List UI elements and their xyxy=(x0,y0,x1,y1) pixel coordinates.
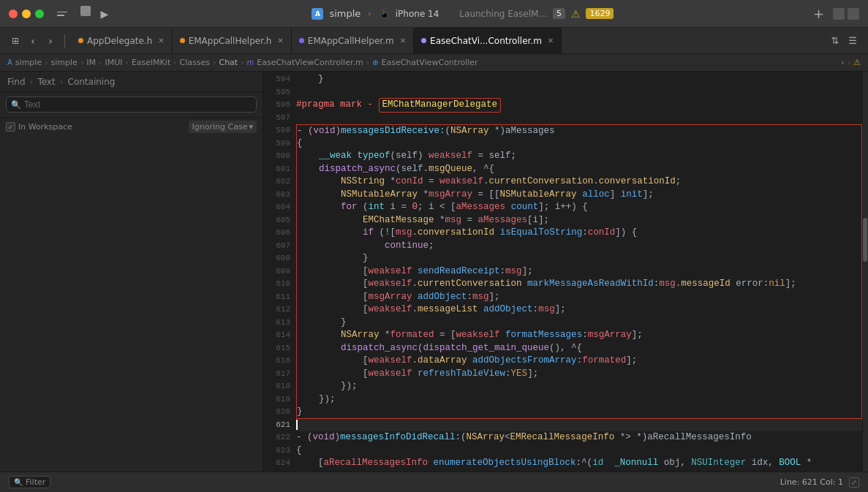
tab-close-button[interactable]: ✕ xyxy=(548,37,554,45)
layout-button-1[interactable] xyxy=(833,8,845,20)
code-line: { xyxy=(296,444,862,458)
add-tab-button[interactable]: + xyxy=(813,6,824,21)
line-col-indicator: Line: 621 Col: 1 xyxy=(780,477,843,487)
titlebar-center: A simple › 📱 iPhone 14 Launching EaselM.… xyxy=(118,8,807,20)
expand-button[interactable]: ⤢ xyxy=(849,477,859,488)
tab-close-button[interactable]: ✕ xyxy=(277,37,283,45)
filter-input[interactable]: 🔍 Filter xyxy=(9,476,50,488)
tab-close-button[interactable]: ✕ xyxy=(158,37,164,45)
code-line: NSArray *formated = [weakself formatMess… xyxy=(296,329,862,342)
code-line: continue; xyxy=(296,240,862,253)
find-scope: ✓ In Workspace Ignoring Case ▾ xyxy=(0,118,263,136)
breadcrumb-warning: ⚠ xyxy=(853,58,861,67)
maximize-button[interactable] xyxy=(35,10,44,18)
code-line: } xyxy=(296,406,862,419)
scrollbar[interactable] xyxy=(862,72,868,472)
code-line-cursor xyxy=(296,419,862,432)
layout-button-2[interactable] xyxy=(848,8,859,20)
breadcrumb-nav-prev[interactable]: ‹ xyxy=(841,58,844,67)
tab-indicator xyxy=(78,38,83,43)
statusbar: 🔍 Filter Line: 621 Col: 1 ⤢ xyxy=(0,472,868,492)
code-line: } xyxy=(296,73,862,86)
workspace-label: In Workspace xyxy=(18,122,72,132)
code-line: [msgArray addObject:msg]; xyxy=(296,291,862,304)
tab-indicator xyxy=(421,38,426,43)
find-panel: Find › Text › Containing 🔍 ✓ In Workspac… xyxy=(0,72,263,472)
find-input-wrap: 🔍 xyxy=(6,96,257,113)
code-line: __weak typeof(self) weakself = self; xyxy=(296,150,862,163)
tab-indicator xyxy=(299,38,304,43)
code-line: dispatch_async(self.msgQueue, ^{ xyxy=(296,163,862,176)
code-editor[interactable]: 594 595 596 597 598 599 600 601 602 603 … xyxy=(263,72,868,472)
warning-count: 1629 xyxy=(586,8,614,19)
tab-label: AppDelegate.h xyxy=(87,36,152,46)
statusbar-right: Line: 621 Col: 1 ⤢ xyxy=(780,477,859,488)
bc-simple: simple xyxy=(51,58,78,67)
code-line: [weakself.messageList addObject:msg]; xyxy=(296,303,862,317)
find-search-bar: 🔍 xyxy=(0,92,263,118)
code-line xyxy=(296,86,862,99)
chevron-down-icon: ▾ xyxy=(249,122,253,132)
tab-indicator xyxy=(180,38,185,43)
minimize-button[interactable] xyxy=(22,10,31,18)
code-line: _Nonnull stop) { xyxy=(296,470,862,472)
bc-easelmkit: EaselMKit xyxy=(132,58,170,67)
titlebar-right: + xyxy=(813,6,859,21)
line-numbers: 594 595 596 597 598 599 600 601 602 603 … xyxy=(263,72,296,472)
tab-close-button[interactable]: ✕ xyxy=(400,37,406,45)
split-button[interactable]: ⇅ xyxy=(827,33,843,49)
bc-class-icon: ⊕ xyxy=(372,58,378,67)
bc-im: IM xyxy=(86,58,96,67)
grid-view-button[interactable]: ⊞ xyxy=(7,33,23,49)
bc-file: EaseChatViewController.m xyxy=(257,58,363,67)
code-line: }); xyxy=(296,393,862,406)
code-line: [weakself refreshTableView:YES]; xyxy=(296,368,862,381)
scrollbar-thumb[interactable] xyxy=(863,218,867,262)
device-name: iPhone 14 xyxy=(396,9,439,19)
code-line: dispatch_async(dispatch_get_main_queue()… xyxy=(296,342,862,355)
tab-emappcallhelper-h[interactable]: EMAppCallHelper.h ✕ xyxy=(173,28,292,53)
back-button[interactable]: ‹ xyxy=(25,33,41,49)
find-label: Find xyxy=(7,77,26,87)
tab-label: EMAppCallHelper.m xyxy=(308,36,394,46)
code-line: [weakself.dataArray addObjectsFromArray:… xyxy=(296,355,862,368)
tab-emappcallhelper-m[interactable]: EMAppCallHelper.m ✕ xyxy=(292,28,414,53)
tab-appdelegate[interactable]: AppDelegate.h ✕ xyxy=(71,28,173,53)
code-lines: } #pragma mark - EMChatManagerDelegate -… xyxy=(296,72,862,472)
code-line: [weakself sendReadReceipt:msg]; xyxy=(296,265,862,279)
nav-arrows: ⊞ ‹ › xyxy=(7,33,59,49)
code-line: - (void)messagesInfoDidRecall:(NSArray<E… xyxy=(296,431,862,444)
workspace-checkbox[interactable]: ✓ In Workspace xyxy=(6,122,72,132)
search-icon: 🔍 xyxy=(11,100,21,110)
checkbox-icon: ✓ xyxy=(6,122,15,132)
run-button[interactable]: ▶ xyxy=(97,6,113,22)
sidebar-toggle[interactable] xyxy=(57,9,70,19)
inspector-button[interactable]: ☰ xyxy=(845,33,861,49)
search-input[interactable] xyxy=(24,99,252,110)
code-line: } xyxy=(296,252,862,265)
main-layout: Find › Text › Containing 🔍 ✓ In Workspac… xyxy=(0,72,868,472)
pragma-mark-label: EMChatManagerDelegate xyxy=(379,98,502,113)
traffic-lights xyxy=(9,10,44,18)
bc-chat[interactable]: Chat xyxy=(219,58,238,67)
ignoring-case-dropdown[interactable]: Ignoring Case ▾ xyxy=(189,121,257,133)
stop-button[interactable] xyxy=(80,6,91,16)
project-bc-icon: A xyxy=(7,58,12,67)
code-line: for (int i = 0; i < [aMessages count]; i… xyxy=(296,201,862,214)
code-line: { xyxy=(296,137,862,151)
close-button[interactable] xyxy=(9,10,18,18)
forward-button[interactable]: › xyxy=(42,33,59,49)
tab-label: EaseChatVi...Controller.m xyxy=(430,36,542,46)
tab-easechat-controller[interactable]: EaseChatVi...Controller.m ✕ xyxy=(414,28,562,53)
filter-icon: 🔍 xyxy=(14,478,23,486)
code-line: NSMutableArray *msgArray = [[NSMutableAr… xyxy=(296,189,862,202)
code-line: if (![msg.conversationId isEqualToString… xyxy=(296,227,862,240)
bc-imui: IMUI xyxy=(105,58,122,67)
titlebar: ▶ A simple › 📱 iPhone 14 Launching Easel… xyxy=(0,0,868,28)
breadcrumb-nav-next[interactable]: › xyxy=(848,58,850,67)
ignoring-label: Ignoring Case xyxy=(192,122,248,132)
code-line: EMChatMessage *msg = aMessages[i]; xyxy=(296,214,862,227)
bc-project: simple xyxy=(15,58,42,67)
bc-class: EaseChatViewController xyxy=(381,58,478,67)
code-line: }); xyxy=(296,380,862,393)
